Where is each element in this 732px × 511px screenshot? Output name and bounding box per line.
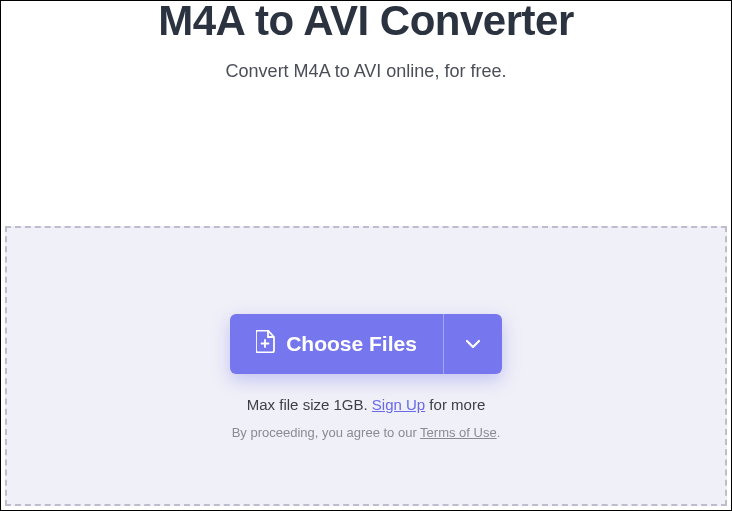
sign-up-link[interactable]: Sign Up <box>372 396 425 413</box>
source-dropdown-button[interactable] <box>444 314 502 374</box>
file-size-info: Max file size 1GB. Sign Up for more <box>247 396 485 413</box>
terms-info: By proceeding, you agree to our Terms of… <box>232 425 501 440</box>
page-title: M4A to AVI Converter <box>1 0 731 45</box>
file-dropzone[interactable]: Choose Files Max file size 1GB. Sign Up … <box>5 226 727 506</box>
terms-prefix: By proceeding, you agree to our <box>232 425 420 440</box>
choose-files-button[interactable]: Choose Files <box>230 314 444 374</box>
dropzone-wrapper: Choose Files Max file size 1GB. Sign Up … <box>5 226 727 506</box>
choose-files-label: Choose Files <box>286 332 417 356</box>
file-plus-icon <box>256 330 275 358</box>
info-prefix: Max file size 1GB. <box>247 396 372 413</box>
terms-suffix: . <box>497 425 501 440</box>
chevron-down-icon <box>465 337 481 352</box>
page-subtitle: Convert M4A to AVI online, for free. <box>1 61 731 82</box>
info-suffix: for more <box>425 396 485 413</box>
header: M4A to AVI Converter Convert M4A to AVI … <box>1 0 731 82</box>
terms-of-use-link[interactable]: Terms of Use <box>420 425 497 440</box>
choose-files-group: Choose Files <box>230 314 502 374</box>
